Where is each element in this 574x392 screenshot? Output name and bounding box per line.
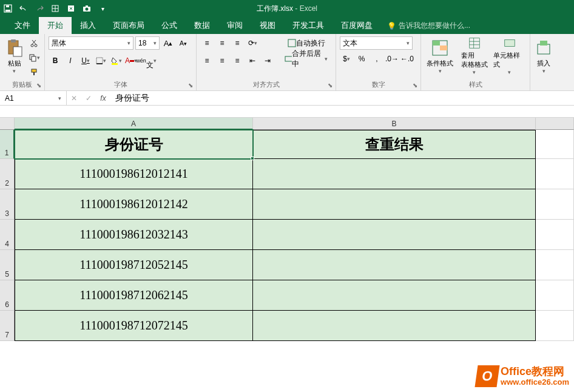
comma-button[interactable]: ,: [370, 52, 383, 66]
qat-customize-icon[interactable]: ▾: [97, 3, 108, 14]
group-cells: 插入▾: [530, 34, 557, 90]
watermark-url: www.office26.com: [501, 378, 569, 387]
formula-input[interactable]: 身份证号: [110, 93, 574, 104]
percent-button[interactable]: %: [355, 52, 368, 66]
bold-button[interactable]: B: [49, 54, 62, 67]
cell[interactable]: 111000198612032143: [15, 220, 253, 250]
format-painter-button[interactable]: [27, 66, 41, 79]
ribbon: 粘贴▾ ▾ 剪贴板 ⬊ 黑体▾ 18▾ A▴ A▾ B I U▾ ▾: [0, 34, 574, 91]
cut-button[interactable]: [27, 36, 41, 50]
qat-item-icon[interactable]: [66, 3, 76, 14]
tab-view[interactable]: 视图: [251, 17, 284, 34]
cell[interactable]: [253, 250, 536, 280]
col-header-b[interactable]: B: [253, 118, 536, 130]
qat-item-icon[interactable]: [50, 3, 61, 14]
align-left-button[interactable]: ≡: [200, 54, 214, 67]
decrease-indent-button[interactable]: ⇤: [246, 54, 259, 67]
align-right-button[interactable]: ≡: [231, 54, 244, 67]
col-header-c[interactable]: [536, 118, 574, 130]
confirm-formula-button[interactable]: ✓: [81, 94, 96, 103]
cell-styles-button[interactable]: 单元格样式▾: [493, 36, 526, 75]
copy-button[interactable]: ▾: [27, 51, 41, 64]
increase-decimal-button[interactable]: .0→: [385, 52, 399, 66]
cell[interactable]: 111000198612012141: [15, 159, 253, 189]
row-header[interactable]: 3: [0, 189, 15, 220]
increase-indent-button[interactable]: ⇥: [261, 54, 274, 67]
cell[interactable]: 111000198712062145: [15, 280, 253, 311]
row-header[interactable]: 2: [0, 159, 15, 189]
insert-cells-button[interactable]: 插入▾: [534, 36, 553, 75]
cell[interactable]: [253, 311, 536, 341]
name-box[interactable]: A1▾: [0, 91, 67, 105]
font-name-select[interactable]: 黑体▾: [49, 36, 133, 50]
cell[interactable]: [536, 130, 574, 159]
select-all-button[interactable]: [0, 118, 15, 130]
dialog-launcher-icon[interactable]: ⬊: [35, 81, 43, 89]
tab-formulas[interactable]: 公式: [153, 17, 186, 34]
increase-font-button[interactable]: A▴: [161, 36, 175, 50]
cell[interactable]: 111000198712072145: [15, 311, 253, 341]
cancel-formula-button[interactable]: ✕: [67, 94, 81, 103]
row-header[interactable]: 6: [0, 280, 15, 311]
cell-a1[interactable]: 身份证号: [15, 130, 253, 159]
row-header[interactable]: 1: [0, 130, 15, 159]
fx-button[interactable]: fx: [96, 94, 110, 103]
cell[interactable]: [536, 250, 574, 280]
decrease-font-button[interactable]: A▾: [177, 36, 190, 50]
format-as-table-button[interactable]: 套用 表格格式▾: [458, 36, 491, 75]
paste-button[interactable]: 粘贴▾: [4, 36, 25, 75]
cell[interactable]: [536, 189, 574, 220]
tab-data[interactable]: 数据: [186, 17, 218, 34]
cell[interactable]: [536, 311, 574, 341]
cell[interactable]: [536, 220, 574, 250]
tab-insert[interactable]: 插入: [72, 17, 104, 34]
row-header[interactable]: 5: [0, 250, 15, 280]
fill-color-button[interactable]: ▾: [109, 54, 123, 67]
underline-button[interactable]: U▾: [79, 54, 92, 67]
tell-me-search[interactable]: 💡告诉我您想要做什么...: [381, 18, 476, 34]
cell[interactable]: [253, 189, 536, 220]
group-alignment: ≡ ≡ ≡ ⟳▾ ≡ ≡ ≡ ⇤ ⇥ 自动换行 合并后居中 ▾ 对齐方式 ⬊: [197, 34, 336, 90]
tab-page-layout[interactable]: 页面布局: [104, 17, 153, 34]
redo-icon[interactable]: [34, 3, 45, 14]
undo-icon[interactable]: [18, 3, 29, 14]
cell-b1[interactable]: 查重结果: [253, 130, 536, 159]
currency-button[interactable]: $▾: [340, 52, 353, 66]
tab-developer[interactable]: 开发工具: [284, 17, 333, 34]
fill-handle[interactable]: [251, 157, 254, 160]
dialog-launcher-icon[interactable]: ⬊: [326, 81, 334, 89]
conditional-format-button[interactable]: 条件格式▾: [425, 36, 456, 75]
dialog-launcher-icon[interactable]: ⬊: [411, 81, 419, 89]
save-icon[interactable]: [2, 3, 13, 14]
decrease-decimal-button[interactable]: ←.0: [400, 52, 414, 66]
italic-button[interactable]: I: [64, 54, 77, 67]
tab-review[interactable]: 审阅: [218, 17, 251, 34]
merge-center-button[interactable]: 合并后居中 ▾: [280, 52, 332, 66]
camera-icon[interactable]: [81, 3, 92, 14]
align-bottom-button[interactable]: ≡: [231, 36, 244, 50]
cell[interactable]: [253, 220, 536, 250]
cell[interactable]: [253, 159, 536, 189]
tab-baidu[interactable]: 百度网盘: [333, 17, 381, 34]
cell[interactable]: 111000198612012142: [15, 189, 253, 220]
cell[interactable]: [536, 159, 574, 189]
font-size-select[interactable]: 18▾: [135, 36, 160, 50]
col-header-a[interactable]: A: [15, 118, 253, 130]
cell[interactable]: [253, 280, 536, 311]
tab-home[interactable]: 开始: [39, 17, 72, 34]
align-top-button[interactable]: ≡: [200, 36, 214, 50]
dialog-launcher-icon[interactable]: ⬊: [186, 81, 195, 89]
phonetic-button[interactable]: wén文▾: [140, 54, 153, 67]
align-middle-button[interactable]: ≡: [215, 36, 229, 50]
number-format-select[interactable]: 文本▾: [340, 36, 413, 50]
tab-file[interactable]: 文件: [6, 17, 39, 34]
wrap-text-button[interactable]: 自动换行: [280, 36, 332, 50]
border-button[interactable]: ▾: [94, 54, 107, 67]
orientation-button[interactable]: ⟳▾: [246, 36, 259, 50]
cell[interactable]: [536, 280, 574, 311]
cell[interactable]: 111000198712052145: [15, 250, 253, 280]
row-header[interactable]: 4: [0, 220, 15, 250]
align-center-button[interactable]: ≡: [215, 54, 229, 67]
svg-rect-29: [469, 38, 479, 49]
row-header[interactable]: 7: [0, 311, 15, 341]
